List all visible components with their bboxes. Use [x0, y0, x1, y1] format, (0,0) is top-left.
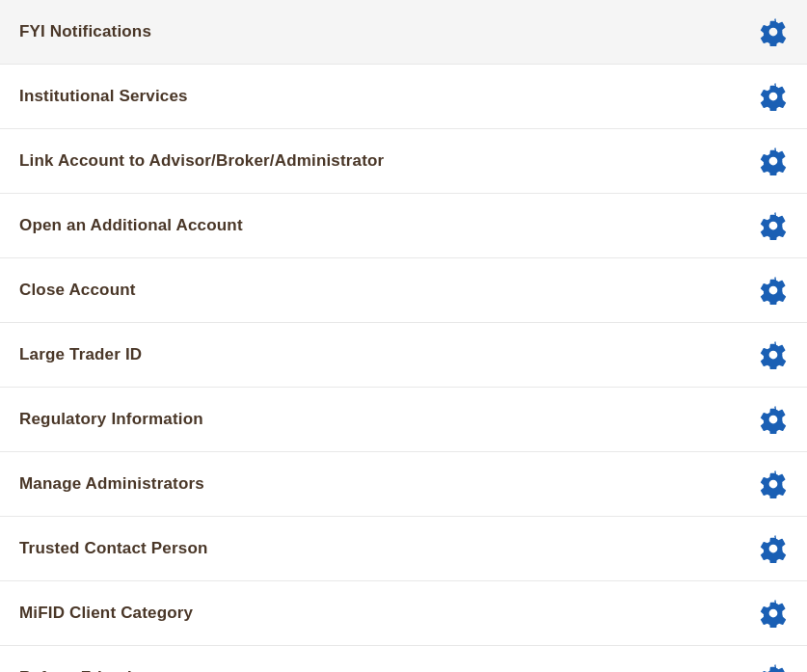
gear-icon[interactable]: [759, 663, 788, 672]
gear-icon[interactable]: [759, 147, 788, 175]
menu-item-label-institutional-services: Institutional Services: [19, 87, 188, 106]
menu-item-open-additional-account[interactable]: Open an Additional Account: [0, 194, 807, 258]
gear-icon[interactable]: [759, 599, 788, 628]
gear-icon[interactable]: [759, 211, 788, 240]
menu-item-manage-administrators[interactable]: Manage Administrators: [0, 452, 807, 517]
menu-item-institutional-services[interactable]: Institutional Services: [0, 65, 807, 129]
menu-item-fyi-notifications[interactable]: FYI Notifications: [0, 0, 807, 65]
menu-item-label-trusted-contact-person: Trusted Contact Person: [19, 539, 208, 558]
menu-item-label-large-trader-id: Large Trader ID: [19, 345, 142, 364]
menu-item-close-account[interactable]: Close Account: [0, 258, 807, 323]
menu-item-label-regulatory-information: Regulatory Information: [19, 410, 203, 429]
menu-item-link-account[interactable]: Link Account to Advisor/Broker/Administr…: [0, 129, 807, 194]
menu-item-refer-a-friend[interactable]: Refer a Friend: [0, 646, 807, 672]
menu-item-label-manage-administrators: Manage Administrators: [19, 474, 204, 494]
menu-item-label-open-additional-account: Open an Additional Account: [19, 216, 243, 235]
menu-item-regulatory-information[interactable]: Regulatory Information: [0, 388, 807, 452]
menu-item-large-trader-id[interactable]: Large Trader ID: [0, 323, 807, 388]
menu-item-label-fyi-notifications: FYI Notifications: [19, 22, 151, 41]
menu-item-label-mifid-client-category: MiFID Client Category: [19, 604, 193, 623]
settings-menu: FYI Notifications Institutional Services…: [0, 0, 807, 672]
gear-icon[interactable]: [759, 82, 788, 111]
menu-item-label-refer-a-friend: Refer a Friend: [19, 668, 132, 672]
gear-icon[interactable]: [759, 17, 788, 46]
menu-item-label-close-account: Close Account: [19, 281, 136, 300]
menu-item-mifid-client-category[interactable]: MiFID Client Category: [0, 581, 807, 646]
gear-icon[interactable]: [759, 470, 788, 498]
menu-item-trusted-contact-person[interactable]: Trusted Contact Person: [0, 517, 807, 581]
gear-icon[interactable]: [759, 276, 788, 305]
gear-icon[interactable]: [759, 405, 788, 434]
gear-icon[interactable]: [759, 534, 788, 563]
menu-item-label-link-account: Link Account to Advisor/Broker/Administr…: [19, 151, 384, 171]
gear-icon[interactable]: [759, 340, 788, 369]
